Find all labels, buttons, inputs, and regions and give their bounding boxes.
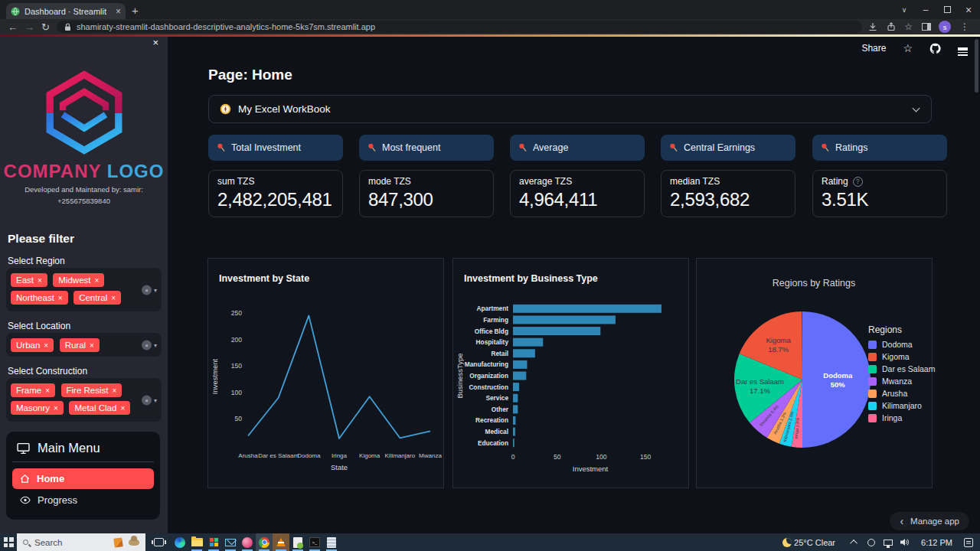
legend-item[interactable]: Iringa [868,413,935,422]
window-restore-button[interactable] [936,0,959,19]
streamlit-header: Share ☆ [861,42,968,54]
window-chevron-icon[interactable]: ∨ [893,0,916,19]
workbook-expander[interactable]: My Excel WorkBook [208,95,932,123]
tag-east[interactable]: East× [11,273,47,287]
svg-text:BusinessType: BusinessType [456,353,464,398]
legend-item[interactable]: Dodoma [868,340,935,349]
share-icon[interactable] [887,20,896,34]
store-icon[interactable] [205,533,222,551]
tag-urban[interactable]: Urban× [11,338,54,352]
legend-item[interactable]: Arusha [868,389,935,398]
app-menu-icon[interactable] [958,46,968,51]
remove-tag-icon[interactable]: × [45,386,50,395]
start-button[interactable] [0,533,17,551]
tag-fire-resist[interactable]: Fire Resist× [61,383,122,397]
select-location-label: Select Location [8,321,70,331]
sidebar-close-icon[interactable]: × [152,37,158,48]
company-logo-text: COMPANY LOGO [0,161,168,182]
dropdown-caret-icon[interactable]: ▾ [154,396,157,403]
help-icon[interactable]: ? [853,177,863,187]
location-multiselect[interactable]: Urban× Rural× ×▾ [6,333,162,357]
new-tab-button[interactable]: + [132,4,139,17]
menu-item-progress[interactable]: Progress [12,489,154,511]
cmd-icon[interactable]: >_ [306,533,323,551]
svg-text:150: 150 [231,362,242,370]
legend-item[interactable]: Dar es Salaam [868,364,935,373]
remove-tag-icon[interactable]: × [58,294,63,302]
svg-text:Kigoma: Kigoma [359,452,381,459]
remove-tag-icon[interactable]: × [38,276,42,285]
window-close-button[interactable]: × [957,0,980,19]
svg-text:Medical: Medical [485,428,508,435]
manage-app-button[interactable]: ‹ Manage app [890,512,969,530]
remove-tag-icon[interactable]: × [120,404,125,412]
tag-metal-clad[interactable]: Metal Clad× [69,401,130,415]
scrollbar-thumb[interactable] [975,39,978,93]
dropdown-caret-icon[interactable]: ▾ [154,286,157,293]
tray-onedrive-icon[interactable] [863,533,880,551]
menu-item-home[interactable]: Home [12,468,154,489]
notepad-plus-icon[interactable] [289,533,306,551]
remove-tag-icon[interactable]: × [44,341,48,350]
remove-tag-icon[interactable]: × [54,404,58,412]
edge-icon[interactable] [172,533,188,551]
task-view-button[interactable] [150,533,167,551]
tray-chevron-icon[interactable] [846,533,863,551]
taskbar-search[interactable]: Search [17,533,145,551]
clock[interactable]: 6:12 PM [921,538,952,547]
weather-text[interactable]: 25°C Clear [794,538,835,547]
construction-multiselect[interactable]: Frame× Fire Resist× Masonry× Metal Clad×… [6,378,162,422]
browser-menu-icon[interactable]: ⋮ [960,20,969,34]
file-explorer-icon[interactable] [188,533,205,551]
volume-icon[interactable] [897,533,913,551]
legend-label: Kilimanjaro [882,401,922,410]
window-minimize-button[interactable]: – [914,0,937,19]
github-icon[interactable] [929,43,941,54]
vlc-icon[interactable] [273,533,289,551]
tag-rural[interactable]: Rural× [60,338,100,352]
side-panel-icon[interactable] [922,20,931,34]
tab-title: Dashboard · Streamlit [24,7,111,16]
chrome-icon[interactable] [256,533,273,551]
browser-tab[interactable]: Dashboard · Streamlit × [6,3,126,19]
svg-text:Organization: Organization [469,372,508,380]
select-construction-label: Select Construction [8,366,87,377]
tag-central[interactable]: Central× [74,291,121,305]
tag-frame[interactable]: Frame× [11,383,55,397]
back-button[interactable]: ← [8,20,18,34]
legend-label: Arusha [882,389,907,398]
reload-button[interactable]: ↻ [41,20,50,34]
legend-item[interactable]: Mwanza [868,377,935,386]
region-multiselect[interactable]: East× Midwest× Northeast× Central× ×▾ [6,268,162,311]
star-repo-icon[interactable]: ☆ [903,42,913,54]
forward-button[interactable]: → [24,20,34,34]
remove-tag-icon[interactable]: × [90,341,94,350]
remove-tag-icon[interactable]: × [111,294,116,302]
clear-all-icon[interactable]: × [142,395,152,405]
share-app-button[interactable]: Share [861,43,886,54]
photos-app-icon[interactable] [239,533,256,551]
bookmark-star-icon[interactable]: ☆ [904,20,913,34]
expander-chevron-icon[interactable] [913,105,920,112]
url-bar[interactable]: shamiraty-streamlit-dashboard-descriptiv… [57,21,862,33]
tab-close-icon[interactable]: × [116,6,121,17]
legend-item[interactable]: Kilimanjaro [868,401,935,410]
legend-item[interactable]: Kigoma [868,352,935,361]
remove-tag-icon[interactable]: × [112,386,116,395]
action-center-icon[interactable] [960,533,977,551]
clear-all-icon[interactable]: × [142,285,152,295]
tag-masonry[interactable]: Masonry× [11,401,64,415]
mail-icon[interactable] [222,533,239,551]
tag-northeast[interactable]: Northeast× [11,291,68,305]
remove-tag-icon[interactable]: × [95,276,100,285]
install-icon[interactable] [868,20,877,34]
notes-app-icon[interactable] [323,533,340,551]
pushpin-icon [518,143,528,152]
tag-midwest[interactable]: Midwest× [53,273,104,287]
profile-avatar[interactable]: s [939,20,951,34]
legend-label: Mwanza [882,377,912,386]
dropdown-caret-icon[interactable]: ▾ [154,341,157,348]
svg-text:Investment by State: Investment by State [219,273,309,284]
network-icon[interactable] [880,533,897,551]
clear-all-icon[interactable]: × [142,340,152,350]
